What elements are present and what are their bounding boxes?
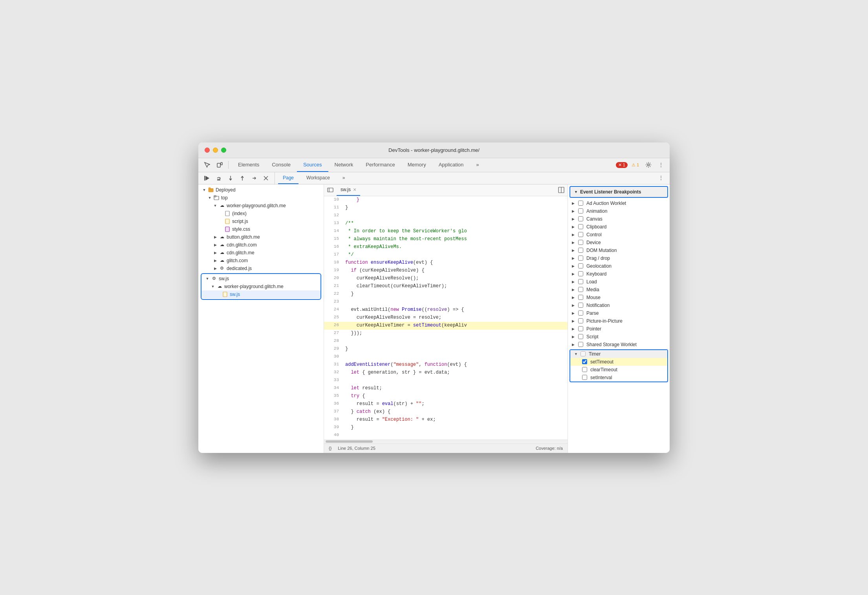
tree-item-swjs-folder[interactable]: ▼ ⚙ sw.js <box>201 275 320 283</box>
tree-item-dedicatedjs[interactable]: ▶ ⚙ dedicated.js <box>198 265 324 272</box>
tab-workspace[interactable]: Workspace <box>302 172 335 184</box>
cloud-icon-glitch-com: ☁ <box>219 257 225 264</box>
tree-item-top[interactable]: ▼ top <box>198 194 324 202</box>
cb-animation[interactable] <box>578 208 583 214</box>
device-toggle-icon[interactable] <box>214 159 225 170</box>
tab-sources[interactable]: Sources <box>297 158 328 172</box>
warning-badge[interactable]: ⚠ 1 <box>629 162 641 168</box>
tab-elements[interactable]: Elements <box>232 158 266 172</box>
cb-timer[interactable] <box>580 351 586 356</box>
tab-console[interactable]: Console <box>266 158 297 172</box>
bp-cat-canvas[interactable]: ▶ Canvas <box>568 215 670 223</box>
step-into-button[interactable] <box>225 173 236 184</box>
bp-cat-script[interactable]: ▶ Script <box>568 333 670 341</box>
tab-application[interactable]: Application <box>432 158 470 172</box>
tree-item-glitch-com[interactable]: ▶ ☁ glitch.com <box>198 257 324 265</box>
inspect-icon[interactable] <box>201 159 212 170</box>
bp-cat-device[interactable]: ▶ Device <box>568 239 670 246</box>
close-button[interactable] <box>205 148 210 153</box>
bp-item-cleartimeout[interactable]: clearTimeout <box>570 366 667 374</box>
cb-parse[interactable] <box>578 310 583 316</box>
cb-canvas[interactable] <box>578 216 583 221</box>
bp-cat-clipboard[interactable]: ▶ Clipboard <box>568 223 670 231</box>
more-options-icon[interactable]: ⋮ <box>656 159 667 170</box>
bp-cat-dom-mutation[interactable]: ▶ DOM Mutation <box>568 246 670 254</box>
tree-item-cdn-glitch-me[interactable]: ▶ ☁ cdn.glitch.me <box>198 249 324 257</box>
cb-load[interactable] <box>578 279 583 284</box>
resume-button[interactable] <box>201 173 212 184</box>
cb-geolocation[interactable] <box>578 263 583 268</box>
cb-dom-mutation[interactable] <box>578 248 583 253</box>
cb-settimeout[interactable] <box>582 359 587 364</box>
cb-drag-drop[interactable] <box>578 256 583 261</box>
tree-item-stylecss[interactable]: ▶ style.css <box>198 225 324 233</box>
cb-pointer[interactable] <box>578 326 583 331</box>
warning-count: 1 <box>637 162 639 167</box>
step-out-button[interactable] <box>237 173 248 184</box>
tree-item-swjs-file[interactable]: ▶ sw.js <box>201 290 320 298</box>
cb-device[interactable] <box>578 240 583 245</box>
tree-item-scriptjs[interactable]: ▶ script.js <box>198 217 324 225</box>
code-tab-swjs[interactable]: sw.js × <box>337 184 360 196</box>
bp-cat-media[interactable]: ▶ Media <box>568 286 670 294</box>
minimize-button[interactable] <box>213 148 218 153</box>
bp-cat-geolocation[interactable]: ▶ Geolocation <box>568 262 670 270</box>
cb-media[interactable] <box>578 287 583 292</box>
bp-item-setinterval[interactable]: setInterval <box>570 374 667 381</box>
more-sidebar-button[interactable]: ⋮ <box>656 172 667 183</box>
code-content[interactable]: 10 } 11 } 12 13 <box>324 196 568 440</box>
deactivate-breakpoints-button[interactable] <box>260 173 271 184</box>
cb-cleartimeout[interactable] <box>582 367 587 372</box>
horizontal-scrollbar[interactable] <box>324 440 568 444</box>
panel-layout-icon[interactable] <box>558 187 564 193</box>
code-tab-close[interactable]: × <box>353 186 356 193</box>
tree-item-cdn-glitch-com[interactable]: ▶ ☁ cdn.glitch.com <box>198 241 324 249</box>
tab-memory[interactable]: Memory <box>401 158 432 172</box>
bp-cat-load[interactable]: ▶ Load <box>568 278 670 286</box>
bp-cat-ad-auction[interactable]: ▶ Ad Auction Worklet <box>568 199 670 207</box>
tab-performance[interactable]: Performance <box>359 158 401 172</box>
bp-cat-timer[interactable]: ▼ Timer <box>570 350 667 358</box>
tree-item-worker-playground[interactable]: ▼ ☁ worker-playground.glitch.me <box>198 202 324 210</box>
scrollbar-thumb[interactable] <box>326 440 373 443</box>
cb-control[interactable] <box>578 232 583 237</box>
maximize-button[interactable] <box>221 148 226 153</box>
cb-mouse[interactable] <box>578 295 583 300</box>
bp-cat-keyboard[interactable]: ▶ Keyboard <box>568 270 670 278</box>
bp-cat-pointer[interactable]: ▶ Pointer <box>568 325 670 333</box>
step-over-button[interactable] <box>213 173 224 184</box>
cb-shared-storage[interactable] <box>578 342 583 347</box>
cb-clipboard[interactable] <box>578 224 583 229</box>
bp-cat-mouse[interactable]: ▶ Mouse <box>568 294 670 301</box>
cb-ad-auction[interactable] <box>578 201 583 206</box>
bp-cat-pip[interactable]: ▶ Picture-in-Picture <box>568 317 670 325</box>
error-badge[interactable]: ✕ 1 <box>616 162 628 168</box>
bp-cat-notification[interactable]: ▶ Notification <box>568 301 670 309</box>
bp-cat-animation[interactable]: ▶ Animation <box>568 207 670 215</box>
bp-cat-control[interactable]: ▶ Control <box>568 231 670 239</box>
sidebar-toggle-icon[interactable] <box>327 187 333 193</box>
tree-item-index[interactable]: ▶ (index) <box>198 210 324 217</box>
tree-item-wpm-sub[interactable]: ▼ ☁ worker-playground.glitch.me <box>201 283 320 290</box>
tree-item-button-glitch[interactable]: ▶ ☁ button.glitch.me <box>198 233 324 241</box>
step-button[interactable] <box>249 173 260 184</box>
bp-cat-parse[interactable]: ▶ Parse <box>568 309 670 317</box>
bp-cat-shared-storage[interactable]: ▶ Shared Storage Worklet <box>568 341 670 349</box>
tab-page[interactable]: Page <box>278 172 298 184</box>
cb-notification[interactable] <box>578 303 583 308</box>
tab-more[interactable]: » <box>470 158 485 172</box>
bp-cat-drag-drop[interactable]: ▶ Drag / drop <box>568 254 670 262</box>
cb-keyboard[interactable] <box>578 271 583 276</box>
format-button[interactable]: {} <box>329 446 331 451</box>
tree-item-deployed[interactable]: ▼ Deployed <box>198 186 324 194</box>
breakpoints-header[interactable]: ▼ Event Listener Breakpoints <box>570 186 668 198</box>
code-line-27: 27 })); <box>324 330 568 338</box>
bp-item-settimeout[interactable]: setTimeout <box>570 358 667 366</box>
cb-pip[interactable] <box>578 318 583 323</box>
tab-network[interactable]: Network <box>328 158 360 172</box>
cb-script[interactable] <box>578 334 583 339</box>
sources-more[interactable]: » <box>338 172 350 184</box>
settings-icon[interactable] <box>643 159 654 170</box>
arrow-animation: ▶ <box>572 209 576 213</box>
cb-setinterval[interactable] <box>582 375 587 380</box>
